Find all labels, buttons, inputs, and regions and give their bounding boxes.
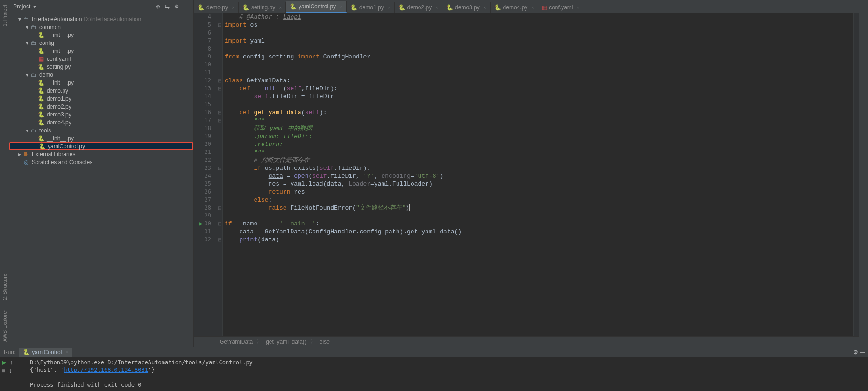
tree-item-setting.py[interactable]: 🐍setting.py <box>9 63 193 71</box>
line-number[interactable]: 25 <box>194 180 211 188</box>
tree-item-demo1.py[interactable]: 🐍demo1.py <box>9 94 193 102</box>
breadcrumb-0[interactable]: GetYamlData <box>220 339 253 345</box>
close-icon[interactable]: × <box>434 5 438 10</box>
close-icon[interactable]: × <box>529 5 534 10</box>
tree-item-__init__.py[interactable]: 🐍__init__.py <box>9 31 193 39</box>
line-number[interactable]: 7 <box>194 37 211 45</box>
fold-icon[interactable]: ⊟ <box>216 77 222 85</box>
tree-item-demo[interactable]: ▾🗀demo <box>9 71 193 79</box>
collapse-icon[interactable]: ⇆ <box>165 3 170 10</box>
fold-icon[interactable]: ⊟ <box>216 220 222 228</box>
expand-arrow-icon[interactable]: ▾ <box>24 127 30 134</box>
line-number[interactable]: 15 <box>194 101 211 109</box>
close-icon[interactable]: × <box>386 5 391 10</box>
tab-conf.yaml[interactable]: ▦conf.yaml× <box>538 2 583 13</box>
tab-demo1.py[interactable]: 🐍demo1.py× <box>347 2 395 13</box>
code-editor[interactable]: 4567891011121314151617181920212223242526… <box>194 13 859 336</box>
code-line[interactable]: # 判断文件是否存在 <box>225 156 853 164</box>
line-number[interactable]: 8 <box>194 45 211 53</box>
line-number[interactable]: 16 <box>194 109 211 116</box>
code-line[interactable]: raise FileNotFoundError("文件路径不存在") <box>225 204 853 212</box>
line-number[interactable]: 28 <box>194 204 211 212</box>
line-number[interactable]: 5 <box>194 21 211 29</box>
tree-item-common[interactable]: ▾🗀common <box>9 23 193 31</box>
code-area[interactable]: # @Author : Laopiimport osimport yamlfro… <box>223 13 853 336</box>
run-tab[interactable]: 🐍 yamlControl × <box>19 348 72 357</box>
code-line[interactable]: import yaml <box>225 37 853 45</box>
code-line[interactable]: self.fileDir = fileDir <box>225 93 853 101</box>
tree-item-yamlControl.py[interactable]: 🐍yamlControl.py <box>9 142 193 150</box>
expand-arrow-icon[interactable]: ▾ <box>24 40 30 46</box>
run-settings-icon[interactable]: ⚙ — <box>853 349 865 355</box>
tree-item-demo3.py[interactable]: 🐍demo3.py <box>9 110 193 118</box>
code-line[interactable] <box>225 69 853 77</box>
line-number[interactable]: 18 <box>194 124 211 132</box>
line-number[interactable]: 10 <box>194 61 211 69</box>
close-icon[interactable]: × <box>277 5 282 10</box>
tree-item-tools[interactable]: ▾🗀tools <box>9 126 193 134</box>
line-number[interactable]: 24 <box>194 172 211 180</box>
tree-item-demo4.py[interactable]: 🐍demo4.py <box>9 118 193 126</box>
line-number[interactable]: 6 <box>194 29 211 37</box>
rerun-icon[interactable]: ▶ <box>2 359 6 366</box>
code-line[interactable]: data = GetYamlData(ConfigHandler.config_… <box>225 228 853 236</box>
code-line[interactable]: """ <box>225 148 853 156</box>
line-number[interactable]: 12 <box>194 77 211 85</box>
fold-icon[interactable]: ⊟ <box>216 236 222 244</box>
close-icon[interactable]: × <box>338 4 342 9</box>
settings-icon[interactable]: ⚙ <box>174 3 179 10</box>
tab-demo2.py[interactable]: 🐍demo2.py× <box>395 2 443 13</box>
fold-icon[interactable]: ⊟ <box>216 204 222 212</box>
tab-demo3.py[interactable]: 🐍demo3.py× <box>442 2 491 13</box>
tab-demo4.py[interactable]: 🐍demo4.py× <box>491 2 539 13</box>
code-line[interactable]: import os <box>225 21 853 29</box>
code-line[interactable] <box>225 212 853 220</box>
code-line[interactable]: class GetYamlData: <box>225 77 853 85</box>
down-icon[interactable]: ↓ <box>9 368 12 374</box>
fold-gutter[interactable]: ⊟⊟⊟⊟⊟⊟⊟⊟⊟ <box>216 13 223 336</box>
stop-icon[interactable]: ■ <box>2 368 5 374</box>
vbar-aws[interactable]: AWS Explorer <box>2 310 7 342</box>
code-line[interactable]: 获取 yamL 中的数据 <box>225 124 853 132</box>
line-number[interactable]: 23 <box>194 164 211 172</box>
line-gutter[interactable]: 4567891011121314151617181920212223242526… <box>194 13 216 336</box>
code-line[interactable]: def __init__(self,fileDir): <box>225 85 853 93</box>
fold-icon[interactable]: ⊟ <box>216 116 222 124</box>
code-line[interactable] <box>225 29 853 37</box>
up-icon[interactable]: ↑ <box>10 359 13 366</box>
hide-icon[interactable]: — <box>184 3 190 10</box>
expand-arrow-icon[interactable]: ▸ <box>17 151 22 158</box>
tree-item-conf.yaml[interactable]: ▦conf.yaml <box>9 55 193 63</box>
expand-arrow-icon[interactable]: ▾ <box>24 72 30 78</box>
vbar-structure[interactable]: 2: Structure <box>2 274 7 300</box>
tree-item-demo2.py[interactable]: 🐍demo2.py <box>9 102 193 110</box>
line-number[interactable]: 9 <box>194 53 211 61</box>
close-icon[interactable]: × <box>64 349 68 355</box>
output-link[interactable]: http://192.168.0.134:8081 <box>64 367 148 373</box>
line-number[interactable]: 22 <box>194 156 211 164</box>
tree-item-InterfaceAutomation[interactable]: ▾🗀InterfaceAutomationD:\InterfaceAutomat… <box>9 15 193 23</box>
run-output[interactable]: D:\Python39\python.exe D:/InterfaceAutom… <box>28 357 868 391</box>
fold-icon[interactable]: ⊟ <box>216 21 222 29</box>
line-number[interactable]: 4 <box>194 13 211 21</box>
expand-arrow-icon[interactable]: ▾ <box>17 16 22 22</box>
code-line[interactable]: return res <box>225 188 853 196</box>
project-label[interactable]: Project <box>13 3 30 10</box>
line-number[interactable]: 32 <box>194 236 211 244</box>
code-line[interactable]: from config.setting import ConfigHandler <box>225 53 853 61</box>
close-icon[interactable]: × <box>575 5 580 10</box>
line-number[interactable]: 21 <box>194 148 211 156</box>
line-number[interactable]: 19 <box>194 132 211 140</box>
tree-item-__init__.py[interactable]: 🐍__init__.py <box>9 47 193 55</box>
tree-item-__init__.py[interactable]: 🐍__init__.py <box>9 134 193 142</box>
vbar-project[interactable]: 1: Project <box>2 5 7 26</box>
scroll-map[interactable] <box>853 13 859 336</box>
fold-icon[interactable]: ⊟ <box>216 85 222 93</box>
code-line[interactable]: data = open(self.fileDir, 'r', encoding=… <box>225 172 853 180</box>
dropdown-arrow-icon[interactable]: ▾ <box>33 3 36 10</box>
code-line[interactable] <box>225 61 853 69</box>
tree-item-Scratches and Consoles[interactable]: ◎Scratches and Consoles <box>9 158 193 166</box>
line-number[interactable]: ▶ 30 <box>194 220 211 228</box>
close-icon[interactable]: × <box>230 5 235 10</box>
code-line[interactable]: else: <box>225 196 853 204</box>
